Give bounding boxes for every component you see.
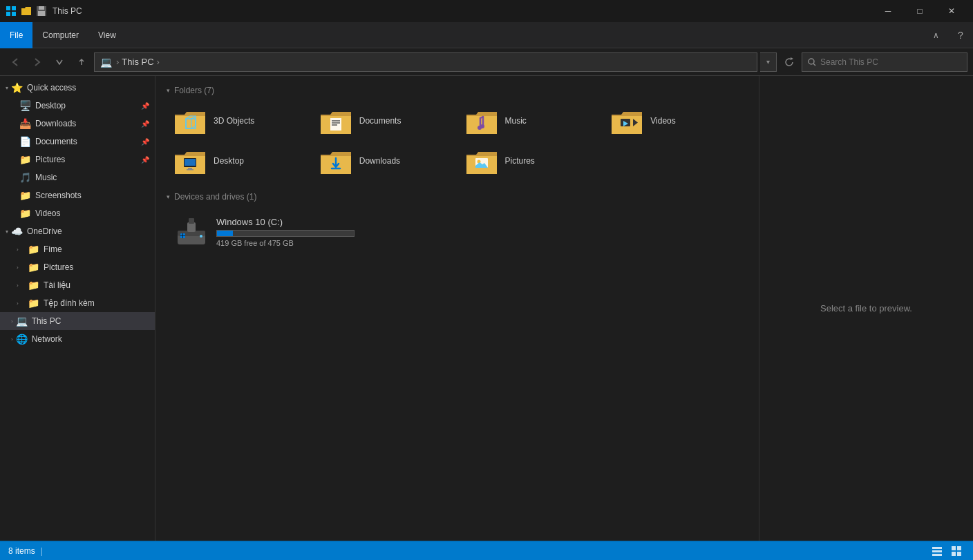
svg-rect-40 <box>957 546 961 550</box>
address-dropdown-button[interactable]: ▾ <box>760 52 777 72</box>
svg-rect-2 <box>6 12 10 16</box>
svg-rect-24 <box>187 169 193 171</box>
sidebar-item-od-pictures[interactable]: › 📁 Pictures <box>0 258 155 276</box>
folder-downloads[interactable]: Downloads <box>312 142 457 181</box>
drives-toggle[interactable]: ▾ <box>167 193 170 200</box>
screenshots-icon: 📁 <box>19 190 31 201</box>
svg-point-17 <box>480 124 484 128</box>
sidebar-item-fime[interactable]: › 📁 Fime <box>0 240 155 258</box>
onedrive-chevron: ▾ <box>6 229 8 235</box>
maximize-button[interactable]: □ <box>904 0 936 22</box>
folder-pictures-icon-container <box>465 148 498 175</box>
documents-icon: 📄 <box>19 136 31 147</box>
sidebar-item-documents[interactable]: 📄 Documents 📌 <box>0 133 155 151</box>
folder-videos[interactable]: Videos <box>603 102 748 141</box>
pin-icon: 📌 <box>141 138 149 146</box>
network-icon: 🌐 <box>16 334 28 345</box>
folder-docs-label: Documents <box>359 116 402 127</box>
drive-c-icon-container <box>175 215 208 249</box>
sidebar-item-desktop[interactable]: 🖥️ Desktop 📌 <box>0 97 155 115</box>
refresh-button[interactable] <box>780 52 799 72</box>
folders-section-header[interactable]: ▾ Folders (7) <box>167 86 748 95</box>
folder-videos-label: Videos <box>650 116 675 127</box>
recent-locations-button[interactable] <box>50 52 69 72</box>
folders-toggle[interactable]: ▾ <box>167 87 170 94</box>
folder-icon-3d <box>175 109 205 134</box>
ribbon-tab-computer[interactable]: Computer <box>32 22 88 48</box>
folder-music-label: Music <box>505 116 527 127</box>
tepdinh-icon: 📁 <box>28 298 39 309</box>
sidebar-item-music[interactable]: 🎵 Music <box>0 168 155 186</box>
pc-icon-in-path: 💻 <box>100 57 112 68</box>
this-pc-chevron: › <box>11 318 13 325</box>
onedrive-header[interactable]: ▾ ☁️ OneDrive <box>0 222 155 240</box>
sidebar-item-videos[interactable]: 📁 Videos <box>0 204 155 222</box>
sidebar-item-network[interactable]: › 🌐 Network <box>0 330 155 348</box>
drive-c[interactable]: Windows 10 (C:) 419 GB free of 475 GB <box>167 209 748 255</box>
ribbon: File Computer View ∧ ? <box>0 22 973 48</box>
tailieu-chevron: › <box>17 282 19 289</box>
status-bar: 8 items | <box>0 541 973 560</box>
back-button[interactable] <box>6 52 25 72</box>
folder-3d-objects[interactable]: 3D Objects <box>167 102 311 141</box>
desktop-icon: 🖥️ <box>19 100 31 111</box>
ribbon-expand-button[interactable]: ∧ <box>923 22 948 48</box>
title-bar-app-icons <box>6 6 47 17</box>
search-icon <box>808 58 816 66</box>
folder-icon-downloads <box>321 149 351 174</box>
folder-pictures[interactable]: Pictures <box>458 142 603 181</box>
ribbon-help-button[interactable]: ? <box>948 22 973 48</box>
title-text: This PC <box>53 6 872 16</box>
address-path[interactable]: 💻 › This PC › <box>94 52 757 72</box>
forward-button[interactable] <box>28 52 47 72</box>
folder-3d-icon-container <box>173 108 207 135</box>
search-box[interactable] <box>802 52 967 72</box>
sidebar-item-this-pc[interactable]: › 💻 This PC <box>0 312 155 330</box>
folder-icon-videos <box>612 109 642 134</box>
view-details-button[interactable] <box>929 544 945 558</box>
path-separator: › <box>116 57 119 67</box>
sidebar-item-tailieu[interactable]: › 📁 Tài liệu <box>0 276 155 294</box>
sidebar-item-screenshots[interactable]: 📁 Screenshots <box>0 186 155 204</box>
svg-rect-38 <box>932 554 942 556</box>
view-icons-button[interactable] <box>948 544 965 558</box>
svg-rect-41 <box>952 552 956 556</box>
svg-line-8 <box>813 64 815 66</box>
minimize-button[interactable]: ─ <box>872 0 904 22</box>
quick-access-chevron: ▾ <box>6 85 8 91</box>
svg-rect-42 <box>957 552 961 556</box>
up-button[interactable] <box>72 52 91 72</box>
folder-downloads-icon-container <box>319 148 352 175</box>
svg-rect-23 <box>188 168 192 169</box>
ribbon-tab-view[interactable]: View <box>88 22 126 48</box>
title-bar: This PC ─ □ ✕ <box>0 0 973 22</box>
search-input[interactable] <box>820 57 961 67</box>
folder-desktop[interactable]: Desktop <box>167 142 311 181</box>
drive-c-bar-container <box>216 230 355 237</box>
preview-panel: Select a file to preview. <box>759 76 973 541</box>
svg-rect-6 <box>38 11 45 16</box>
onedrive-items: › 📁 Fime › 📁 Pictures › 📁 Tài liệu › 📁 T… <box>0 240 155 312</box>
close-button[interactable]: ✕ <box>936 0 967 22</box>
pin-icon: 📌 <box>141 102 149 110</box>
ribbon-tab-file[interactable]: File <box>0 22 32 48</box>
preview-message: Select a file to preview. <box>820 303 912 313</box>
svg-rect-12 <box>330 118 341 131</box>
quick-access-label: Quick access <box>27 83 76 93</box>
folder-icon-music <box>466 109 497 134</box>
svg-rect-3 <box>12 12 16 16</box>
network-chevron: › <box>11 336 13 342</box>
pin-icon: 📌 <box>141 156 149 164</box>
address-bar: 💻 › This PC › ▾ <box>0 48 973 76</box>
svg-point-33 <box>200 235 202 238</box>
sidebar-item-pictures[interactable]: 📁 Pictures 📌 <box>0 151 155 168</box>
folder-music[interactable]: Music <box>458 102 603 141</box>
quick-access-header[interactable]: ▾ ⭐ Quick access <box>0 79 155 97</box>
folder-documents[interactable]: Documents <box>312 102 457 141</box>
drives-section-header[interactable]: ▾ Devices and drives (1) <box>167 192 748 202</box>
folder-docs-icon-container <box>319 108 352 135</box>
sidebar-item-tepdinh[interactable]: › 📁 Tệp đính kèm <box>0 294 155 312</box>
sidebar-item-downloads[interactable]: 📥 Downloads 📌 <box>0 115 155 133</box>
pictures-folder-icon: 📁 <box>19 154 31 165</box>
drives-list: Windows 10 (C:) 419 GB free of 475 GB <box>167 209 748 255</box>
